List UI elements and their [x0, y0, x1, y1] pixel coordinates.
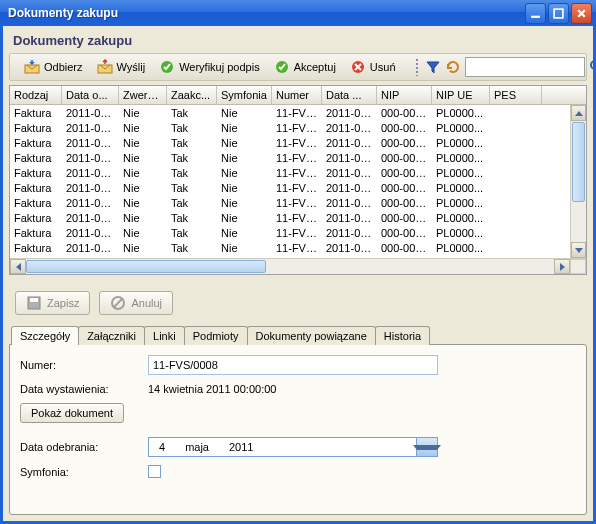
table-cell: Tak [167, 165, 217, 180]
col-nip-ue[interactable]: NIP UE [432, 86, 490, 104]
data-wystawienia-value: 14 kwietnia 2011 00:00:00 [148, 383, 276, 395]
table-row[interactable]: Faktura2011-05...NieTakNie11-FVS...2011-… [10, 120, 570, 135]
svg-point-7 [591, 61, 596, 69]
table-row[interactable]: Faktura2011-05...NieTakNie11-FVS...2011-… [10, 150, 570, 165]
table-row[interactable]: Faktura2011-05...NieTakNie11-FVS...2011-… [10, 180, 570, 195]
scroll-up-button[interactable] [571, 105, 586, 121]
accept-icon [274, 59, 290, 75]
col-nip[interactable]: NIP [377, 86, 432, 104]
scroll-thumb[interactable] [26, 260, 266, 273]
weryfikuj-label: Weryfikuj podpis [179, 61, 260, 73]
table-cell: Nie [119, 180, 167, 195]
table-cell: PL0000... [432, 210, 490, 225]
table-cell: 11-FVS... [272, 105, 322, 120]
data-wystawienia-label: Data wystawienia: [20, 383, 140, 395]
akceptuj-button[interactable]: Akceptuj [267, 56, 343, 78]
scroll-corner [570, 259, 586, 274]
table-cell: Tak [167, 120, 217, 135]
table-row[interactable]: Faktura2011-05...NieTakNie11-FVS...2011-… [10, 135, 570, 150]
table-cell: Tak [167, 240, 217, 255]
table-cell: Nie [217, 120, 272, 135]
scroll-down-button[interactable] [571, 242, 586, 258]
table-cell: 2011-05... [62, 180, 119, 195]
table-cell: Nie [217, 165, 272, 180]
table-cell: Nie [119, 120, 167, 135]
table-cell: 11-FVS... [272, 180, 322, 195]
table-cell: 11-FVS... [272, 210, 322, 225]
table-cell: Nie [217, 225, 272, 240]
table-cell: Faktura [10, 180, 62, 195]
scroll-left-button[interactable] [10, 259, 26, 274]
table-cell: Nie [217, 150, 272, 165]
table-cell: 2011-05... [62, 225, 119, 240]
filter-icon[interactable] [425, 59, 441, 75]
table-cell: 2011-05... [62, 195, 119, 210]
table-cell: Tak [167, 135, 217, 150]
table-cell [490, 240, 542, 255]
tab-szczegoly[interactable]: Szczegóły [11, 326, 79, 345]
table-cell: Nie [217, 195, 272, 210]
table-cell: 2011-05... [62, 210, 119, 225]
table-cell [490, 225, 542, 240]
tab-dokumenty-powiazane[interactable]: Dokumenty powiązane [247, 326, 376, 345]
chevron-down-icon[interactable] [416, 438, 437, 456]
zapisz-button[interactable]: Zapisz [15, 291, 90, 315]
usun-button[interactable]: Usuń [343, 56, 403, 78]
weryfikuj-button[interactable]: Weryfikuj podpis [152, 56, 267, 78]
col-zweryf[interactable]: Zweryf... [119, 86, 167, 104]
table-cell: 2011-05... [62, 120, 119, 135]
table-cell: Tak [167, 150, 217, 165]
table-row[interactable]: Faktura2011-05...NieTakNie11-FVS...2011-… [10, 240, 570, 255]
tab-zalaczniki[interactable]: Załączniki [78, 326, 145, 345]
anuluj-button[interactable]: Anuluj [99, 291, 173, 315]
tab-historia[interactable]: Historia [375, 326, 430, 345]
col-numer[interactable]: Numer [272, 86, 322, 104]
numer-input[interactable] [148, 355, 438, 375]
table-cell: PL0000... [432, 240, 490, 255]
table-cell [490, 135, 542, 150]
symfonia-label: Symfonia: [20, 466, 140, 478]
table-row[interactable]: Faktura2011-05...NieTakNie11-FVS...2011-… [10, 105, 570, 120]
delete-icon [350, 59, 366, 75]
horizontal-scrollbar[interactable] [10, 258, 586, 274]
close-button[interactable] [571, 3, 592, 24]
data-odebrania-combo[interactable]: 4 maja 2011 [148, 437, 438, 457]
tab-linki[interactable]: Linki [144, 326, 185, 345]
table-cell: Nie [119, 240, 167, 255]
table-row[interactable]: Faktura2011-05...NieTakNie11-FVS...2011-… [10, 225, 570, 240]
table-row[interactable]: Faktura2011-05...NieTakNie11-FVS...2011-… [10, 165, 570, 180]
pokaz-dokument-button[interactable]: Pokaż dokument [20, 403, 124, 423]
table-cell: 2011-05... [62, 135, 119, 150]
table-cell: 2011-04... [322, 105, 377, 120]
table-cell: Nie [217, 210, 272, 225]
table-cell: Nie [119, 135, 167, 150]
vertical-scrollbar[interactable] [570, 105, 586, 258]
refresh-icon[interactable] [445, 59, 461, 75]
tab-podmioty[interactable]: Podmioty [184, 326, 248, 345]
col-symfonia[interactable]: Symfonia [217, 86, 272, 104]
search-input[interactable] [465, 57, 585, 77]
col-pes[interactable]: PES [490, 86, 542, 104]
table-cell: 000-000... [377, 150, 432, 165]
wyslij-button[interactable]: Wyślij [90, 56, 153, 78]
table-row[interactable]: Faktura2011-05...NieTakNie11-FVS...2011-… [10, 195, 570, 210]
col-zaakc[interactable]: Zaakc... [167, 86, 217, 104]
col-rodzaj[interactable]: Rodzaj [10, 86, 62, 104]
search-icon[interactable] [589, 59, 596, 75]
maximize-button[interactable] [548, 3, 569, 24]
table-cell [490, 165, 542, 180]
table-cell: Nie [119, 150, 167, 165]
table-cell: Tak [167, 210, 217, 225]
col-data-o[interactable]: Data o... [62, 86, 119, 104]
scroll-thumb[interactable] [572, 122, 585, 202]
table-cell: Nie [217, 135, 272, 150]
minimize-button[interactable] [525, 3, 546, 24]
table-cell: 2011-04... [322, 135, 377, 150]
symfonia-checkbox[interactable] [148, 465, 161, 478]
odbierz-button[interactable]: Odbierz [17, 56, 90, 78]
table-header: Rodzaj Data o... Zweryf... Zaakc... Symf… [10, 86, 586, 105]
scroll-right-button[interactable] [554, 259, 570, 274]
table-row[interactable]: Faktura2011-05...NieTakNie11-FVS...2011-… [10, 210, 570, 225]
col-data[interactable]: Data ... [322, 86, 377, 104]
cancel-icon [110, 295, 126, 311]
